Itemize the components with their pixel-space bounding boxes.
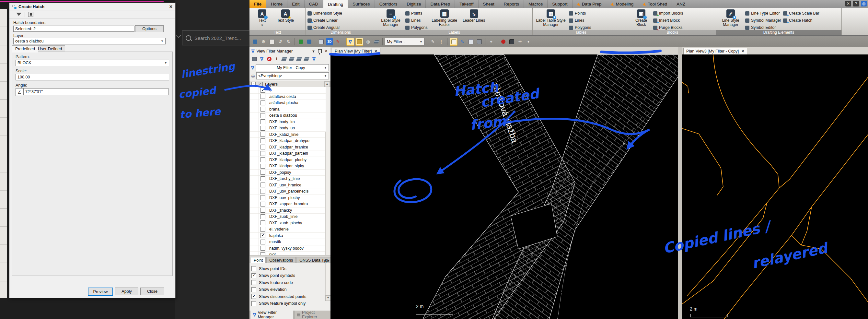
- command-options-icon[interactable]: [28, 12, 33, 17]
- tab-home[interactable]: Home: [266, 0, 287, 8]
- tab-tool-shed[interactable]: Tool Shed: [638, 0, 672, 8]
- option-row[interactable]: ✔Show disconnected points: [251, 293, 331, 300]
- tab-view-filter-manager[interactable]: ∇View Filter Manager: [250, 311, 293, 319]
- layer-row[interactable]: DXF_znacky: [250, 207, 326, 214]
- layer-row[interactable]: cesta s dlažbou: [250, 113, 326, 119]
- layers-orange-icon[interactable]: [281, 56, 287, 62]
- filter-settings-icon[interactable]: ∇: [311, 56, 317, 62]
- layers-new-icon[interactable]: [304, 56, 309, 62]
- tab-takeoff[interactable]: Takeoff: [455, 0, 478, 8]
- tab-file[interactable]: File: [249, 0, 266, 8]
- panel-menu-icon[interactable]: ▼: [311, 49, 316, 54]
- tab-drafting[interactable]: Drafting: [323, 0, 348, 8]
- label-lines-button[interactable]: Lines: [405, 17, 428, 24]
- layer-row[interactable]: asfaltová cesta: [250, 94, 326, 100]
- option-checkbox[interactable]: [251, 280, 256, 285]
- layer-checkbox[interactable]: [260, 126, 266, 130]
- measure-icon[interactable]: ✎: [429, 38, 436, 46]
- new-document-icon[interactable]: [268, 38, 275, 46]
- scope-select[interactable]: <Everything>▼: [256, 72, 329, 80]
- layer-row[interactable]: plot: [250, 252, 326, 255]
- vertical-scrollbar[interactable]: ▼: [325, 132, 331, 301]
- vfm-title-bar[interactable]: ∇ View Filter Manager ▼ ✕: [249, 47, 331, 55]
- layer-row[interactable]: DXF_zuob_plochy: [250, 220, 326, 227]
- layer-checkbox[interactable]: [260, 100, 266, 105]
- table-points-button[interactable]: Points: [569, 10, 591, 17]
- tab-plan-view[interactable]: Plan View [My Filter]✕: [332, 48, 380, 55]
- snap-icon[interactable]: ¦: [438, 38, 445, 46]
- export-icon[interactable]: [306, 38, 313, 46]
- account-icon[interactable]: ◍: [861, 1, 867, 6]
- text-button[interactable]: A+ Text▼: [251, 9, 273, 28]
- leader-lines-button[interactable]: ↘ Leader Lines: [461, 9, 487, 23]
- layer-row[interactable]: el. vedenie: [250, 226, 326, 233]
- plan-view-icon[interactable]: [317, 38, 324, 46]
- layer-stack-icon[interactable]: [373, 38, 380, 46]
- layer-checkbox[interactable]: [260, 139, 266, 143]
- plan-view3-canvas[interactable]: 2 m: [682, 55, 868, 319]
- table-lines-button[interactable]: Lines: [569, 17, 591, 24]
- layer-checkbox[interactable]: [260, 94, 266, 99]
- import-blocks-button[interactable]: Import Blocks: [653, 10, 683, 17]
- collapse-icon[interactable]: −: [251, 82, 256, 86]
- tab-plan-view3[interactable]: Plan View3 [My Filter - Copy]✕: [683, 48, 747, 55]
- layer-checkbox[interactable]: [260, 239, 266, 244]
- layer-checkbox[interactable]: [260, 119, 266, 124]
- layer-row[interactable]: asfaltová plocha: [250, 100, 326, 106]
- layer-checkbox[interactable]: [260, 132, 266, 137]
- create-hatch-button[interactable]: Create Hatch: [783, 17, 819, 24]
- option-row[interactable]: Show feature symbol only: [251, 300, 331, 307]
- layer-checkbox[interactable]: [260, 170, 266, 175]
- pin-icon[interactable]: [318, 49, 322, 53]
- tab-project-explorer[interactable]: ▤Project Explorer: [294, 311, 331, 319]
- layer-row[interactable]: nadm. výšky bodov: [250, 245, 326, 252]
- layer-checkbox[interactable]: [260, 145, 266, 149]
- pan-move-icon[interactable]: ✛: [274, 56, 280, 62]
- tab-predefined[interactable]: Predefined: [12, 46, 38, 53]
- layer-checkbox[interactable]: [260, 227, 266, 232]
- clipboard-icon[interactable]: [467, 38, 474, 46]
- pan-move-icon[interactable]: ✛: [517, 38, 524, 46]
- layer-checkbox[interactable]: [260, 164, 266, 169]
- scroll-down-icon[interactable]: ▼: [325, 295, 331, 301]
- layer-checkbox[interactable]: [260, 202, 266, 206]
- option-row[interactable]: Show feature code: [251, 279, 331, 286]
- layer-checkbox[interactable]: ✔: [260, 88, 266, 93]
- close-icon[interactable]: ✕: [375, 49, 377, 54]
- 3d-view-icon[interactable]: 3D: [326, 38, 333, 46]
- edit-filter-icon[interactable]: ∇: [259, 56, 265, 62]
- layer-row[interactable]: DXF_kladpar_parceln: [250, 150, 326, 157]
- layer-row[interactable]: ✔0: [250, 87, 326, 94]
- delete-filter-icon[interactable]: ✕: [266, 56, 272, 62]
- tab-data-prep[interactable]: Data Prep: [426, 0, 455, 8]
- create-linear-button[interactable]: Create Linear: [308, 17, 342, 24]
- record-icon[interactable]: [500, 38, 507, 46]
- option-row[interactable]: Show elevation: [251, 286, 331, 293]
- layer-checkbox[interactable]: [260, 113, 266, 118]
- layer-row[interactable]: DXF_uov_plochy: [250, 195, 326, 201]
- tab-digitize[interactable]: Digitize: [402, 0, 426, 8]
- layer-checkbox[interactable]: [260, 246, 266, 251]
- layer-row[interactable]: DXF_kladpar_sipky: [250, 163, 326, 170]
- layer-row[interactable]: DXF_body_uo: [250, 125, 326, 132]
- toolbar-overflow-icon[interactable]: ▼: [525, 38, 532, 46]
- layer-row[interactable]: ✔kaplnka: [250, 233, 326, 239]
- active-filter-combo[interactable]: My Filter -▼: [385, 38, 425, 46]
- drag-grip-icon[interactable]: [11, 11, 13, 17]
- help-icon[interactable]: ?: [853, 1, 859, 6]
- tab-scroll-left-icon[interactable]: ◀: [324, 259, 326, 262]
- layer-row[interactable]: DXF_zappar_hrandru: [250, 201, 326, 207]
- tab-cad[interactable]: CAD: [305, 0, 323, 8]
- layer-row[interactable]: mostík: [250, 239, 326, 245]
- properties-panel-icon[interactable]: [508, 38, 515, 46]
- tab-modeling[interactable]: Modeling: [606, 0, 638, 8]
- layers-copy-icon[interactable]: [296, 56, 302, 62]
- filter-select[interactable]: My Filter - Copy▼: [256, 64, 329, 71]
- tab-anz[interactable]: ANZ: [672, 0, 690, 8]
- option-checkbox[interactable]: [251, 301, 256, 306]
- symbol-manager-button[interactable]: Symbol Manager: [745, 17, 781, 24]
- view-filter-funnel-icon[interactable]: ∇: [346, 38, 354, 46]
- create-scale-bar-button[interactable]: Create Scale Bar: [783, 10, 819, 17]
- layer-checkbox[interactable]: [260, 189, 266, 194]
- option-checkbox[interactable]: ✔: [251, 273, 256, 278]
